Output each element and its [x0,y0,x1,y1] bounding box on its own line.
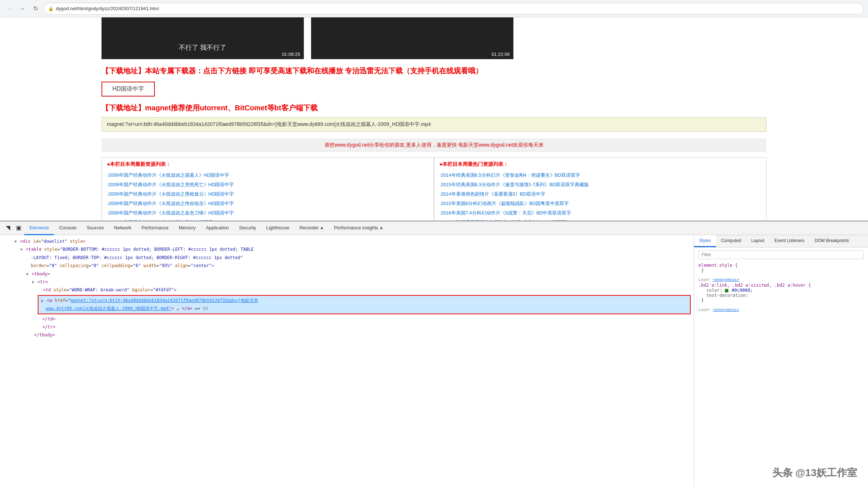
magnet-link-box[interactable]: magnet:?xt=urn:btih:46a40dd4bbeb1834a142… [102,117,766,132]
elem-div-downlist[interactable]: ▼ <div id="downlist" style> [0,237,694,245]
tab-memory[interactable]: Memory [174,221,201,235]
resource-col-left: ●本栏目本周最新资源列表： ·2009年国产经典动作片《火线追凶之掘墓人》HD国… [102,157,434,221]
resource-right-items: ·2014年经典美国6.5分科幻片《变形金刚4：绝迹重生》BD双语双字·2015… [439,171,761,221]
layer2-link[interactable]: <anonymous> [713,307,739,312]
tab-application[interactable]: Application [201,221,234,235]
devtools-tab-bar: ◥ ▣ Elements Console Sources Network Per… [0,221,868,235]
elem-tbody-close[interactable]: </tbody> [0,331,694,339]
performance-insights-icon: ▲ [379,225,383,230]
tab-console[interactable]: Console [54,221,82,235]
elem-table-style2[interactable]: -LAYOUT: fixed; BORDER-TOP: #cccccc 1px … [0,254,694,262]
list-item[interactable]: ·2016年美国7.4分科幻动作片《X战警：天启》BD中英双语双字 [439,208,761,218]
elem-tbody[interactable]: ▼ <tbody> [0,270,694,278]
element-style-close: } [701,268,864,273]
layer2-label: Layer <anonymous> [698,307,864,312]
styles-tab-computed[interactable]: Computed [716,235,746,247]
bd2-text-decoration-prop: text-decoration: [701,293,864,298]
resource-left-title: ●本栏目本周最新资源列表： [107,161,429,168]
styles-content: element.style { } Layer <anonymous> .bd2… [694,247,868,316]
element-picker[interactable]: ▣ [13,221,24,235]
video-title-1: 不行了 我不行了 [179,43,226,52]
tab-performance[interactable]: Performance [136,221,173,235]
tab-network[interactable]: Network [109,221,137,235]
elements-panel[interactable]: ▼ <div id="downlist" style> ▼ <table sty… [0,235,694,486]
hd-download-button[interactable]: HD国语中字 [102,82,155,97]
recorder-icon: ▲ [320,225,324,230]
styles-panel: Styles Computed Layout Event Listeners D… [694,235,868,486]
elem-a-href-cont[interactable]: www.dytt89.com]火线追凶之掘墓人-2009_HD国语中字.mp4"… [41,304,687,312]
list-item[interactable]: ·2009年国产经典动作片《火线追凶之绝命狙击》HD国语中字 [107,199,429,208]
forward-button[interactable]: → [17,4,28,14]
list-item[interactable]: ·2009年国产经典动作片《火线追凶之掘墓人》HD国语中字 [107,171,429,180]
bd2-rule-close: } [701,298,864,303]
list-item[interactable]: ·2015年经典美国8.3分动作片《速度与激情1-7系列》BD双语双字典藏版 [439,180,761,189]
styles-tab-bar: Styles Computed Layout Event Listeners D… [694,235,868,247]
styles-tab-event-listeners[interactable]: Event Listeners [769,235,810,247]
list-item[interactable]: ·2005年美国经典动作科幻片《金刚》蓝光中英双字 [107,218,429,221]
address-bar[interactable]: 🔒 dygod.net/html/gndy/dyzz/20240307/1219… [44,3,864,15]
video-thumb-1: 不行了 我不行了 01:08:25 [102,17,304,59]
elem-a-open[interactable]: ▶ <a href="magnet:?xt=urn:btih:46a40dd4b… [41,296,687,304]
reload-button[interactable]: ↻ [30,4,41,14]
elem-tr-close[interactable]: </tr> [0,323,694,331]
layer1-label: Layer <anonymous> [698,277,864,282]
list-item[interactable]: ·2009年国产经典动作片《火线追凶之血色刀锋》HD国语中字 [107,208,429,218]
back-button[interactable]: ← [4,4,15,14]
tab-performance-insights[interactable]: Performance insights▲ [329,221,388,235]
elem-td-close[interactable]: </td> [0,315,694,323]
expand-triangle: ▼ [15,240,17,244]
video-time-1: 01:08:25 [282,52,300,57]
list-item[interactable]: ·2014年经典美国6.5分科幻片《变形金刚4：绝迹重生》BD双语双字 [439,171,761,180]
tab-security[interactable]: Security [234,221,261,235]
bd2-color-prop: color: #0c9000; [701,288,864,293]
bd2-rule: .bd2 a:link, .bd2 a:visited, .bd2 a:hove… [698,283,864,303]
share-bar: 请把www.dygod.net分享给你的朋友,更多人使用，速度更快 电影天堂ww… [102,138,766,152]
download-banner: 【下载地址】本站专属下载器：点击下方链接 即可享受高速下载和在线播放 专治迅雷无… [102,66,766,76]
devtools-panel: ◥ ▣ Elements Console Sources Network Per… [0,221,868,486]
elem-table-attrs[interactable]: border="0" cellspacing="0" cellpadding="… [0,262,694,270]
list-item[interactable]: ·2009年国产经典动作片《火线追凶之突然死亡》HD国语中字 [107,180,429,189]
list-item[interactable]: ·2014年张涵予梁家辉动作冒险片《智取威虎山》BD中英双字 [439,218,761,221]
element-style-selector: element.style { [698,263,864,268]
layer1-link[interactable]: <anonymous> [713,277,739,282]
element-style-rule: element.style { } [698,263,864,273]
resource-right-title: ●本栏目本周最热门资源列表： [439,161,761,168]
video-thumb-2: 01:22:06 [311,17,513,59]
tab-sources[interactable]: Sources [82,221,109,235]
styles-tab-dom-breakpoints[interactable]: DOM Breakpoints [810,235,854,247]
magnet-banner: 【下载地址】magnet推荐使用utorrent、BitComet等bt客户端下… [102,103,766,113]
resource-tables: ●本栏目本周最新资源列表： ·2009年国产经典动作片《火线追凶之掘墓人》HD国… [102,157,766,221]
elem-tr[interactable]: ▼ <tr> [0,278,694,286]
url-text: dygod.net/html/gndy/dyzz/20240307/121941… [56,6,159,11]
inspect-toggle[interactable]: ◥ [3,221,13,235]
video-thumbnails: 不行了 我不行了 01:08:25 01:22:06 [102,17,766,59]
tab-recorder[interactable]: Recorder▲ [294,221,329,235]
lock-icon: 🔒 [48,6,54,11]
color-swatch [725,289,728,292]
elem-table-open[interactable]: ▼ <table style="BORDER-BOTTOM: #cccccc 1… [0,245,694,253]
elem-td[interactable]: <td style="WORD-WRAP: break-word" bgcolo… [0,286,694,294]
resource-col-right: ●本栏目本周最热门资源列表： ·2014年经典美国6.5分科幻片《变形金刚4：绝… [434,157,766,221]
styles-tab-styles[interactable]: Styles [694,235,716,247]
webpage-content: 不行了 我不行了 01:08:25 01:22:06 【下载地址】本站专属下载器… [0,17,868,221]
devtools-body: ▼ <div id="downlist" style> ▼ <table sty… [0,235,868,486]
list-item[interactable]: ·2015年美国8分科幻动画片《超能陆战队》BD国粤英中英双字 [439,199,761,208]
hd-button-wrap: HD国语中字 [102,82,766,97]
list-item[interactable]: ·2014年香港情色剧情片《喜爱夜蒲3》BD双语中字 [439,189,761,199]
tab-lighthouse[interactable]: Lighthouse [261,221,294,235]
browser-toolbar: ← → ↻ 🔒 dygod.net/html/gndy/dyzz/2024030… [0,0,868,17]
styles-tab-layout[interactable]: Layout [746,235,769,247]
resource-left-items: ·2009年国产经典动作片《火线追凶之掘墓人》HD国语中字·2009年国产经典动… [107,171,429,221]
styles-filter-input[interactable] [698,250,864,259]
selected-element-wrapper[interactable]: ▶ <a href="magnet:?xt=urn:btih:46a40dd4b… [38,295,691,314]
video-time-2: 01:22:06 [491,52,510,57]
bd2-selector: .bd2 a:link, .bd2 a:visited, .bd2 a:hove… [698,283,864,288]
list-item[interactable]: ·2009年国产经典动作片《火线追凶之黑枪疑云》HD国语中字 [107,189,429,199]
tab-elements[interactable]: Elements [24,221,54,235]
